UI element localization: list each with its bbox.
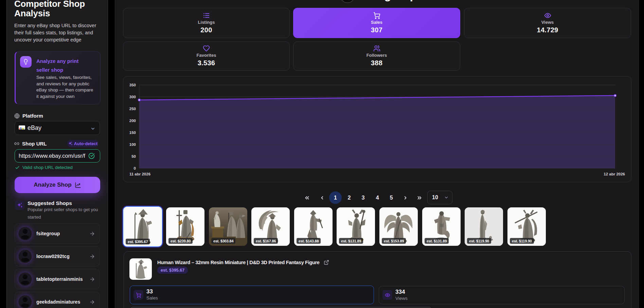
svg-text:11 abr 2026: 11 abr 2026 [129,172,150,176]
svg-text:ebay: ebay [19,127,24,130]
svg-text:250: 250 [129,107,136,111]
svg-text:350: 350 [129,83,136,87]
svg-text:300: 300 [129,95,136,99]
svg-text:12 abr 2026: 12 abr 2026 [604,172,625,176]
svg-text:200: 200 [129,119,136,123]
svg-text:100: 100 [129,142,136,147]
svg-text:150: 150 [129,131,136,135]
svg-text:50: 50 [131,154,136,158]
svg-text:0: 0 [134,166,136,170]
